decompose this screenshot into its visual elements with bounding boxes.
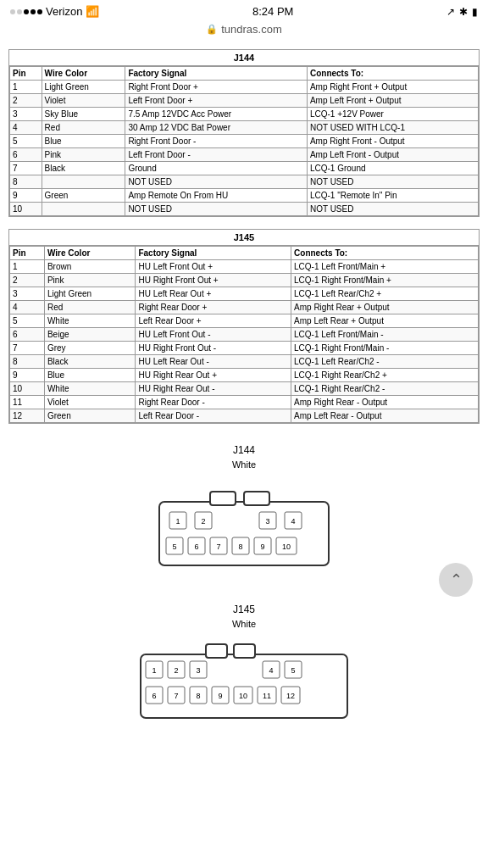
dot4: [30, 9, 36, 14]
time-display: 8:24 PM: [252, 5, 293, 18]
table-cell: [42, 203, 125, 216]
table-cell: 7.5 Amp 12VDC Acc Power: [125, 108, 308, 121]
table-row: 7BlackGroundLCQ-1 Ground: [10, 162, 479, 175]
j144-title: J144: [9, 50, 479, 66]
table-cell: 2: [10, 274, 45, 287]
svg-text:9: 9: [260, 542, 264, 551]
table-cell: Amp Right Front - Output: [307, 135, 478, 148]
address-bar[interactable]: 🔒 tundras.com: [0, 21, 488, 42]
table-cell: Brown: [44, 260, 136, 274]
table-cell: LCQ-1 Left Rear/Ch2 +: [291, 287, 479, 301]
svg-text:1: 1: [175, 517, 180, 526]
table-row: 2VioletLeft Front Door +Amp Left Front +…: [10, 94, 479, 108]
svg-text:7: 7: [174, 692, 178, 700]
table-cell: NOT USED WITH LCQ-1: [307, 121, 478, 135]
table-cell: Amp Remote On From HU: [125, 189, 308, 203]
table-cell: 10: [10, 203, 42, 216]
table-cell: HU Left Rear Out +: [136, 287, 291, 301]
j144-connector-sublabel: White: [232, 459, 256, 470]
connectors-section: J144 White 1 2 3 4 5 6: [8, 436, 480, 737]
table-cell: NOT USED: [307, 203, 478, 216]
table-cell: HU Right Rear Out +: [136, 369, 291, 382]
table-cell: 1: [10, 260, 45, 274]
table-cell: 10: [10, 382, 45, 396]
svg-text:2: 2: [201, 517, 205, 526]
table-cell: Amp Left Front - Output: [307, 148, 478, 162]
svg-text:5: 5: [172, 542, 176, 551]
table-row: 9BlueHU Right Rear Out +LCQ-1 Right Rear…: [10, 369, 479, 382]
table-cell: Right Rear Door -: [136, 396, 291, 409]
svg-text:2: 2: [174, 666, 178, 675]
table-cell: 8: [10, 355, 45, 369]
dot5: [37, 9, 42, 14]
svg-rect-0: [159, 502, 329, 565]
table-cell: Blue: [44, 369, 136, 382]
table-cell: Sky Blue: [42, 108, 125, 121]
table-cell: 30 Amp 12 VDC Bat Power: [125, 121, 308, 135]
table-cell: Right Front Door +: [125, 81, 308, 94]
j145-col-connects: Connects To:: [291, 247, 479, 260]
dot2: [17, 9, 22, 14]
svg-text:11: 11: [263, 692, 271, 700]
j144-table-wrapper: J144 Pin Wire Color Factory Signal Conne…: [8, 49, 480, 217]
j145-table: Pin Wire Color Factory Signal Connects T…: [9, 246, 479, 423]
scroll-up-button[interactable]: ⌃: [439, 563, 473, 597]
j145-title: J145: [9, 230, 479, 246]
table-cell: HU Left Front Out -: [136, 328, 291, 342]
table-cell: Pink: [44, 274, 136, 287]
table-cell: Right Rear Door +: [136, 301, 291, 314]
svg-text:9: 9: [218, 692, 222, 700]
j145-header-row: Pin Wire Color Factory Signal Connects T…: [10, 247, 479, 260]
table-cell: LCQ-1 "Remote In" Pin: [307, 189, 478, 203]
svg-rect-24: [206, 644, 227, 658]
table-cell: LCQ-1 Right Front/Main +: [291, 274, 479, 287]
table-cell: Violet: [42, 94, 125, 108]
table-cell: 9: [10, 369, 45, 382]
table-cell: 7: [10, 162, 42, 175]
table-cell: LCQ-1 Left Rear/Ch2 -: [291, 355, 479, 369]
table-cell: Black: [44, 355, 136, 369]
svg-text:10: 10: [239, 692, 247, 700]
svg-text:12: 12: [286, 692, 295, 700]
j144-col-pin: Pin: [10, 67, 42, 81]
table-cell: Left Front Door +: [125, 94, 308, 108]
table-cell: LCQ-1 Ground: [307, 162, 478, 175]
table-row: 1BrownHU Left Front Out +LCQ-1 Left Fron…: [10, 260, 479, 274]
table-cell: 6: [10, 328, 45, 342]
dot3: [24, 9, 29, 14]
j144-table: Pin Wire Color Factory Signal Connects T…: [9, 66, 479, 216]
table-cell: LCQ-1 Left Front/Main +: [291, 260, 479, 274]
svg-text:10: 10: [282, 542, 291, 551]
status-right: ↗ ✱ ▮: [446, 6, 478, 18]
table-cell: Left Rear Door -: [136, 409, 291, 423]
table-cell: NOT USED: [125, 203, 308, 216]
table-cell: LCQ-1 Right Rear/Ch2 +: [291, 369, 479, 382]
j145-connector-sublabel: White: [232, 619, 256, 629]
table-cell: 4: [10, 121, 42, 135]
table-row: 8BlackHU Left Rear Out -LCQ-1 Left Rear/…: [10, 355, 479, 369]
table-cell: Light Green: [44, 287, 136, 301]
table-cell: White: [44, 314, 136, 328]
bluetooth-icon: ✱: [459, 6, 468, 18]
table-row: 1Light GreenRight Front Door +Amp Right …: [10, 81, 479, 94]
table-cell: LCQ-1 Right Front/Main -: [291, 342, 479, 355]
svg-rect-1: [210, 492, 236, 505]
table-cell: 5: [10, 314, 45, 328]
table-cell: Light Green: [42, 81, 125, 94]
main-content: J144 Pin Wire Color Factory Signal Conne…: [0, 42, 488, 754]
dot1: [10, 9, 15, 14]
table-row: 7GreyHU Right Front Out -LCQ-1 Right Fro…: [10, 342, 479, 355]
svg-text:4: 4: [269, 666, 273, 675]
table-cell: Violet: [44, 396, 136, 409]
table-row: 5WhiteLeft Rear Door +Amp Left Rear + Ou…: [10, 314, 479, 328]
table-cell: Green: [42, 189, 125, 203]
table-cell: Amp Right Rear + Output: [291, 301, 479, 314]
lock-icon: 🔒: [206, 24, 218, 35]
wifi-icon: 📶: [86, 5, 99, 18]
status-bar: Verizon 📶 8:24 PM ↗ ✱ ▮: [0, 0, 488, 21]
table-cell: [42, 175, 125, 189]
j144-header-row: Pin Wire Color Factory Signal Connects T…: [10, 67, 479, 81]
svg-text:8: 8: [238, 542, 242, 551]
svg-text:1: 1: [152, 666, 156, 675]
table-cell: Right Front Door -: [125, 135, 308, 148]
